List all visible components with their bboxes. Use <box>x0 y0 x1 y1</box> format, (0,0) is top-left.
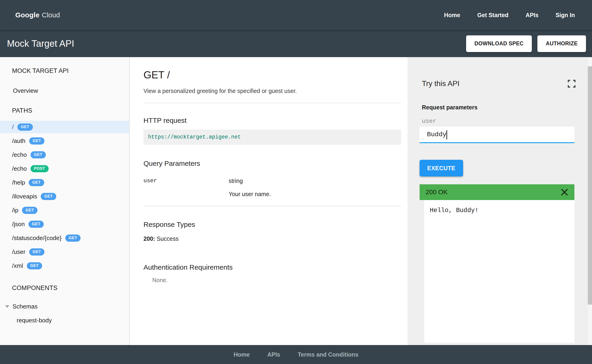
response-status-bar: 200 OK <box>420 184 574 200</box>
path-label: /auth <box>12 137 26 144</box>
main-content: GET / View a personalized greeting for t… <box>130 57 408 345</box>
sidebar-path-item[interactable]: /auth GET <box>0 135 129 147</box>
path-label: /json <box>12 221 25 228</box>
path-label: /statuscode/{code} <box>12 234 62 242</box>
path-label: /echo <box>12 151 27 158</box>
method-badge: GET <box>27 262 42 269</box>
sidebar-path-item[interactable]: /user GET <box>0 246 129 258</box>
method-badge: GET <box>29 179 44 186</box>
path-label: /xml <box>12 262 23 269</box>
endpoint-title: GET / <box>144 69 401 81</box>
sidebar-schema-items: request-body <box>0 314 129 326</box>
sidebar-item-overview[interactable]: Overview <box>0 84 129 97</box>
param-type: string <box>229 178 401 184</box>
sidebar-paths-heading: PATHS <box>0 104 129 117</box>
top-nav-link[interactable]: Sign In <box>556 12 575 19</box>
http-request-heading: HTTP request <box>144 117 401 124</box>
sidebar-path-item[interactable]: /iloveapis GET <box>0 190 129 202</box>
api-title-bar: Mock Target API DOWNLOAD SPEC AUTHORIZE <box>0 30 592 57</box>
sidebar-item-request-body[interactable]: request-body <box>0 314 129 326</box>
fullscreen-button[interactable] <box>567 79 576 88</box>
sidebar-path-item[interactable]: /json GET <box>0 218 129 230</box>
sidebar: MOCK TARGET API Overview PATHS / GET /au… <box>0 57 130 345</box>
response-body: Hello, Buddy! <box>430 207 574 214</box>
sidebar-path-item[interactable]: /echo POST <box>0 162 129 175</box>
page-title: Mock Target API <box>7 38 74 49</box>
response-body-box: Hello, Buddy! <box>424 200 574 343</box>
param-description: Your user name. <box>229 191 401 197</box>
text-cursor <box>447 130 447 139</box>
method-badge: POST <box>31 165 49 172</box>
sidebar-path-item[interactable]: /xml GET <box>0 260 129 272</box>
top-navbar: Google Cloud Home Get Started APIs Sign … <box>0 0 592 30</box>
auth-requirements-heading: Authentication Requirements <box>144 263 401 271</box>
chevron-down-icon <box>5 305 9 308</box>
http-request-url-block: https://mocktarget.apigee.net <box>144 130 401 145</box>
fullscreen-icon <box>567 79 576 88</box>
try-api-title: Try this API <box>422 79 459 88</box>
method-badge: GET <box>17 124 33 131</box>
sidebar-item-schemas[interactable]: Schemas <box>0 300 129 313</box>
auth-requirements-value: None. <box>144 277 401 284</box>
top-nav-link[interactable]: APIs <box>526 12 539 19</box>
response-status: 200 OK <box>426 188 447 196</box>
response-description: Success <box>157 235 178 242</box>
request-parameters-heading: Request parameters <box>420 104 574 111</box>
header-actions: DOWNLOAD SPEC AUTHORIZE <box>466 35 586 52</box>
logo-google-text: Google <box>15 11 39 19</box>
response-types-heading: Response Types <box>144 221 401 228</box>
method-badge: GET <box>29 248 44 255</box>
user-input-wrap <box>420 126 574 143</box>
sidebar-components-heading: COMPONENTS <box>0 282 129 294</box>
google-cloud-logo[interactable]: Google Cloud <box>15 11 60 19</box>
close-icon <box>560 188 568 196</box>
query-params-heading: Query Parameters <box>144 160 401 167</box>
response-type-row: 200: Success <box>144 235 401 242</box>
user-input[interactable] <box>420 126 574 143</box>
close-response-button[interactable] <box>560 188 568 196</box>
endpoint-description: View a personalized greeting for the spe… <box>144 88 401 94</box>
sidebar-paths-list: / GET /auth GET /echo GET /echo POST /he… <box>0 121 129 272</box>
method-badge: GET <box>28 221 44 228</box>
sidebar-path-item[interactable]: /echo GET <box>0 149 129 161</box>
response-code: 200: <box>144 235 155 242</box>
method-badge: GET <box>22 207 37 214</box>
sidebar-path-item[interactable]: / GET <box>0 121 129 133</box>
footer-link[interactable]: Terms and Conditions <box>298 351 358 358</box>
download-spec-button[interactable]: DOWNLOAD SPEC <box>466 35 532 52</box>
method-badge: GET <box>31 151 46 158</box>
try-this-api-panel: Try this API Request parameters user EXE… <box>408 57 592 345</box>
sidebar-path-item[interactable]: /statuscode/{code} GET <box>0 232 129 244</box>
schemas-label: Schemas <box>13 303 38 310</box>
method-badge: GET <box>41 193 56 200</box>
footer-link[interactable]: Home <box>234 351 250 358</box>
path-label: /user <box>12 248 26 255</box>
path-label: /help <box>12 179 25 186</box>
divider <box>144 206 401 206</box>
method-badge: GET <box>65 234 80 242</box>
top-nav-link[interactable]: Home <box>444 12 460 19</box>
method-badge: GET <box>29 137 44 144</box>
path-label: /iloveapis <box>12 193 37 200</box>
panel-scrollbar-track[interactable] <box>588 57 592 345</box>
authorize-button[interactable]: AUTHORIZE <box>537 35 586 52</box>
top-nav-link[interactable]: Get Started <box>477 12 508 19</box>
param-name: user <box>144 178 229 184</box>
panel-scrollbar-thumb[interactable] <box>588 66 592 305</box>
query-params-table: user string Your user name. <box>144 178 401 197</box>
sidebar-api-title: MOCK TARGET API <box>0 65 129 77</box>
path-label: / <box>12 124 14 131</box>
path-label: /ip <box>12 207 18 214</box>
path-label: /echo <box>12 165 27 172</box>
sidebar-path-item[interactable]: /ip GET <box>0 204 129 216</box>
top-nav-links: Home Get Started APIs Sign In <box>444 12 575 19</box>
user-param-label: user <box>420 118 574 125</box>
footer-link[interactable]: APIs <box>267 351 280 358</box>
http-request-url: https://mocktarget.apigee.net <box>148 134 241 140</box>
divider <box>144 103 401 103</box>
footer: Home APIs Terms and Conditions <box>0 345 592 364</box>
sidebar-path-item[interactable]: /help GET <box>0 176 129 189</box>
logo-cloud-text: Cloud <box>42 11 60 19</box>
execute-button[interactable]: EXECUTE <box>420 160 463 176</box>
